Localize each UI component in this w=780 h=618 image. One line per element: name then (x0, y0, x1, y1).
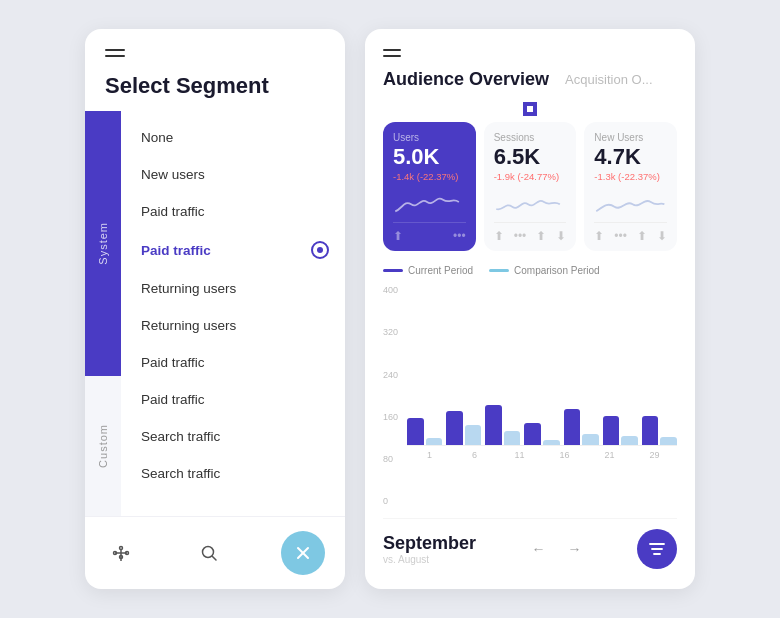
filter-button[interactable] (637, 529, 677, 569)
panel-header: Select Segment (85, 29, 345, 111)
download-icon[interactable]: ⬇ (657, 229, 667, 243)
share-icon[interactable]: ⬆ (594, 229, 604, 243)
list-item[interactable]: Paid traffic (121, 344, 345, 381)
bar-current (407, 418, 424, 445)
list-item[interactable]: Search traffic (121, 455, 345, 492)
y-label: 0 (383, 497, 398, 506)
list-item-label: Paid traffic (141, 243, 211, 258)
metric-value: 4.7K (594, 145, 667, 169)
x-label: 6 (452, 450, 497, 460)
bar-comparison (504, 431, 521, 446)
metric-change: -1.3k (-22.37%) (594, 171, 667, 182)
metric-sparkline (494, 188, 567, 216)
bar-comparison (582, 434, 599, 445)
x-label: 21 (587, 450, 632, 460)
sidebar-label-system: System (85, 111, 121, 376)
legend-comparison: Comparison Period (489, 265, 600, 276)
bar-current (564, 409, 581, 445)
list-item[interactable]: New users (121, 156, 345, 193)
list-container: System Custom NoneNew usersPaid trafficP… (85, 111, 345, 516)
bar-comparison (660, 437, 677, 445)
audience-overview-panel: Audience Overview Acquisition O... Users… (365, 29, 695, 589)
metrics-row: Users 5.0K -1.4k (-22.37%) ⬆ ••• Session… (383, 122, 677, 251)
prev-arrow[interactable]: ← (525, 535, 553, 563)
metric-label: Users (393, 132, 466, 143)
bottom-section: September vs. August ← → (383, 518, 677, 569)
month-info: September vs. August (383, 533, 476, 565)
panel-title: Select Segment (105, 73, 325, 99)
x-label: 1 (407, 450, 452, 460)
bar-group (603, 416, 638, 445)
metric-card-sessions: Sessions 6.5K -1.9k (-24.77%) ⬆ ••• ⬆⬇ (484, 122, 577, 251)
bar-current (642, 416, 659, 445)
download-icon[interactable]: ⬇ (556, 229, 566, 243)
right-panel-title: Audience Overview (383, 69, 549, 90)
panel-footer (85, 516, 345, 589)
segment-list: NoneNew usersPaid trafficPaid trafficRet… (121, 111, 345, 516)
bars-container (407, 286, 677, 446)
legend-dot-comparison (489, 269, 509, 272)
acquisition-tab[interactable]: Acquisition O... (565, 72, 652, 87)
y-label: 80 (383, 455, 398, 464)
chart-y-labels: 400320240160800 (383, 286, 398, 506)
x-label: 11 (497, 450, 542, 460)
svg-line-7 (213, 557, 217, 561)
list-item-label: None (141, 130, 173, 145)
search-icon[interactable] (193, 537, 225, 569)
list-item-label: Search traffic (141, 429, 220, 444)
bar-group (446, 411, 481, 445)
action-icon-extra[interactable]: ⬆ (536, 229, 546, 243)
month-compare: vs. August (383, 554, 476, 565)
active-indicator (311, 241, 329, 259)
svg-point-0 (120, 547, 123, 550)
settings-icon[interactable] (105, 537, 137, 569)
close-button[interactable] (281, 531, 325, 575)
nav-arrows: ← → (525, 535, 589, 563)
segment-indicator (525, 104, 535, 114)
metric-value: 6.5K (494, 145, 567, 169)
chart-legend: Current Period Comparison Period (383, 265, 677, 276)
more-icon[interactable]: ••• (614, 229, 627, 243)
metric-value: 5.0K (393, 145, 466, 169)
y-label: 400 (383, 286, 398, 295)
list-item[interactable]: Paid traffic (121, 230, 345, 270)
list-item-label: Returning users (141, 318, 236, 333)
list-item-label: Returning users (141, 281, 236, 296)
list-item[interactable]: Paid traffic (121, 193, 345, 230)
metric-label: New Users (594, 132, 667, 143)
legend-current: Current Period (383, 265, 473, 276)
month-name: September (383, 533, 476, 554)
x-label: 16 (542, 450, 587, 460)
more-icon[interactable]: ••• (514, 229, 527, 243)
chart-area: 400320240160800 1611162129 (383, 286, 677, 506)
list-item[interactable]: Search traffic (121, 418, 345, 455)
sidebar-labels: System Custom (85, 111, 121, 516)
action-icon-extra[interactable]: ⬆ (637, 229, 647, 243)
list-item-label: Paid traffic (141, 392, 205, 407)
list-item-label: Paid traffic (141, 355, 205, 370)
legend-dot-current (383, 269, 403, 272)
next-arrow[interactable]: → (561, 535, 589, 563)
bar-comparison (426, 438, 443, 445)
more-icon[interactable]: ••• (453, 229, 466, 243)
bar-comparison (465, 425, 482, 445)
list-item-label: Search traffic (141, 466, 220, 481)
metric-label: Sessions (494, 132, 567, 143)
right-hamburger-menu[interactable] (383, 49, 677, 57)
bar-group (524, 423, 559, 445)
share-icon[interactable]: ⬆ (393, 229, 403, 243)
share-icon[interactable]: ⬆ (494, 229, 504, 243)
y-label: 240 (383, 371, 398, 380)
y-label: 320 (383, 328, 398, 337)
y-label: 160 (383, 413, 398, 422)
list-item[interactable]: Returning users (121, 307, 345, 344)
metric-sparkline (594, 188, 667, 216)
bar-current (603, 416, 620, 445)
bar-current (485, 405, 502, 445)
list-item[interactable]: None (121, 119, 345, 156)
list-item[interactable]: Returning users (121, 270, 345, 307)
bar-group (642, 416, 677, 445)
metric-actions: ⬆ ••• (393, 222, 466, 243)
list-item[interactable]: Paid traffic (121, 381, 345, 418)
hamburger-menu[interactable] (105, 49, 325, 57)
